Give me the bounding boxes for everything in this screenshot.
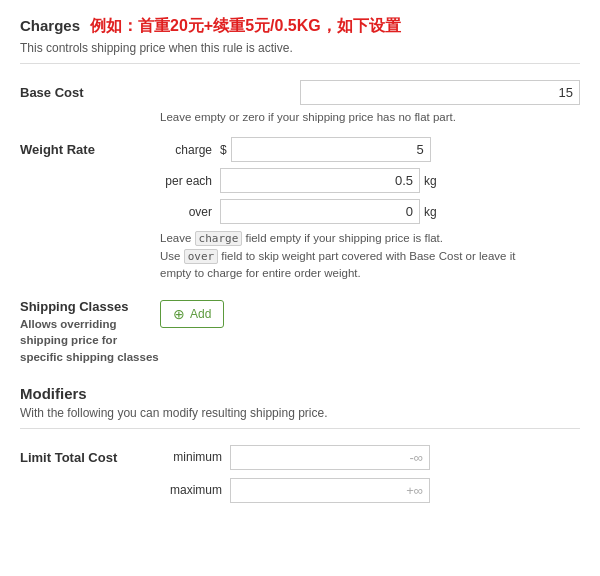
charges-description: This controls shipping price when this r… — [20, 41, 580, 55]
base-cost-input[interactable] — [300, 80, 580, 105]
weight-rate-row: Weight Rate charge $ per each kg over kg — [20, 137, 580, 282]
page-container: Charges 例如：首重20元+续重5元/0.5KG，如下设置 This co… — [0, 0, 600, 539]
hint-charge-code: charge — [195, 231, 243, 246]
per-each-label: per each — [160, 174, 220, 188]
charges-title: Charges — [20, 17, 80, 34]
hint-text-1: Leave — [160, 232, 195, 244]
base-cost-hint: Leave empty or zero if your shipping pri… — [160, 109, 460, 125]
base-cost-content: Leave empty or zero if your shipping pri… — [160, 80, 580, 125]
minimum-input[interactable] — [230, 445, 430, 470]
weight-rate-label: Weight Rate — [20, 137, 160, 157]
add-shipping-class-button[interactable]: ⊕ Add — [160, 300, 224, 328]
modifiers-title: Modifiers — [20, 385, 580, 402]
per-each-input[interactable] — [220, 168, 420, 193]
currency-symbol: $ — [220, 143, 227, 157]
add-icon: ⊕ — [173, 306, 185, 322]
weight-rate-hint: Leave charge field empty if your shippin… — [160, 230, 520, 282]
hint-text-3: Use — [160, 250, 184, 262]
add-button-label: Add — [190, 307, 211, 321]
charges-header-row: Charges 例如：首重20元+续重5元/0.5KG，如下设置 — [20, 16, 580, 37]
maximum-row: maximum — [160, 478, 580, 503]
base-cost-row: Base Cost Leave empty or zero if your sh… — [20, 80, 580, 125]
annotation-text: 例如：首重20元+续重5元/0.5KG，如下设置 — [90, 16, 401, 37]
over-input[interactable] — [220, 199, 420, 224]
per-each-unit: kg — [424, 174, 437, 188]
limit-total-cost-label: Limit Total Cost — [20, 445, 160, 465]
shipping-classes-field-label: Shipping Classes Allows overriding shipp… — [20, 294, 160, 364]
over-label: over — [160, 205, 220, 219]
limit-total-cost-content: minimum maximum — [160, 445, 580, 511]
charge-label: charge — [160, 143, 220, 157]
over-unit: kg — [424, 205, 437, 219]
limit-total-cost-row: Limit Total Cost minimum maximum — [20, 445, 580, 511]
shipping-classes-row: Shipping Classes Allows overriding shipp… — [20, 294, 580, 364]
modifiers-section: Modifiers With the following you can mod… — [20, 385, 580, 511]
base-cost-label: Base Cost — [20, 80, 160, 100]
modifiers-description: With the following you can modify result… — [20, 406, 580, 420]
over-row: over kg — [160, 199, 580, 224]
weight-rate-content: charge $ per each kg over kg Leave charg… — [160, 137, 580, 282]
minimum-label: minimum — [160, 450, 230, 464]
minimum-row: minimum — [160, 445, 580, 470]
charge-row: charge $ — [160, 137, 580, 162]
maximum-input[interactable] — [230, 478, 430, 503]
hint-over-code: over — [184, 249, 219, 264]
shipping-classes-title: Shipping Classes — [20, 299, 128, 314]
hint-text-2: field empty if your shipping price is fl… — [242, 232, 443, 244]
maximum-label: maximum — [160, 483, 230, 497]
divider-charges — [20, 63, 580, 64]
divider-modifiers — [20, 428, 580, 429]
shipping-classes-sublabel: Allows overriding shipping price for spe… — [20, 316, 160, 364]
charge-input[interactable] — [231, 137, 431, 162]
per-each-row: per each kg — [160, 168, 580, 193]
shipping-classes-content: ⊕ Add — [160, 294, 580, 328]
